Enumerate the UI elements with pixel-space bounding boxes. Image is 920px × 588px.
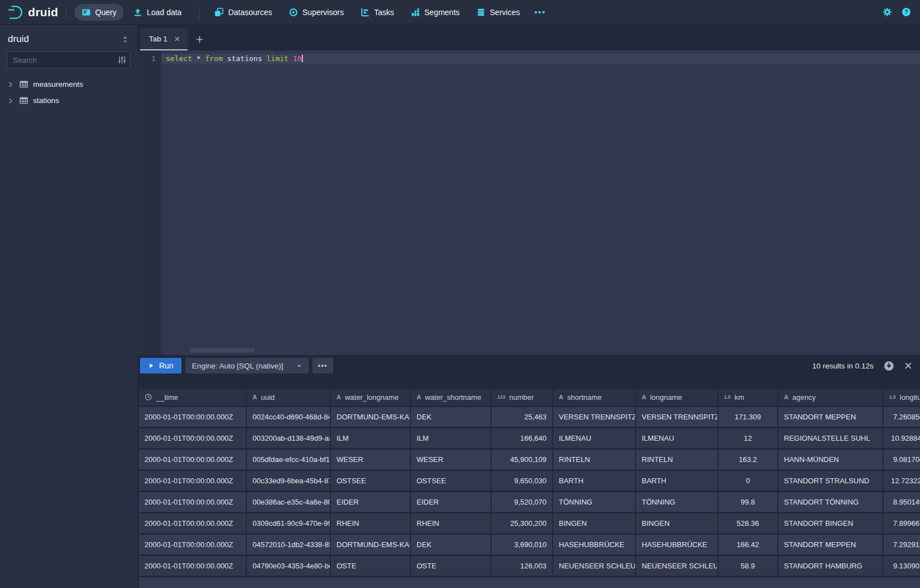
nav-item-more[interactable]: •••: [529, 4, 551, 21]
cell-shortname[interactable]: BARTH: [553, 471, 636, 491]
nav-item-datasources[interactable]: Datasources: [207, 4, 279, 21]
cell-km[interactable]: 163.2: [718, 450, 778, 469]
cell-longname[interactable]: VERSEN TRENNSPITZE: [636, 407, 718, 427]
editor-code[interactable]: select * from stations limit 10: [161, 50, 920, 355]
cell-longname[interactable]: BINGEN: [636, 514, 718, 533]
cell-uuid[interactable]: 0309cd61-90c9-470e-99: [247, 514, 331, 533]
cell-shortname[interactable]: HASEHUBBRÜCKE: [553, 535, 636, 554]
cell-agency[interactable]: STANDORT BINGEN: [778, 514, 884, 533]
cell-km[interactable]: 166.42: [718, 535, 778, 554]
cell-shortname[interactable]: TÖNNING: [553, 492, 636, 512]
cell-water_shortname[interactable]: ILM: [411, 428, 492, 448]
schema-selector[interactable]: druid: [0, 25, 137, 52]
cell-__time[interactable]: 2000-01-01T00:00:00.000Z: [139, 428, 247, 448]
cell-number[interactable]: 3,690,010: [492, 535, 553, 554]
search-input[interactable]: [7, 52, 130, 68]
cell-__time[interactable]: 2000-01-01T00:00:00.000Z: [139, 514, 247, 533]
engine-select[interactable]: Engine: Auto [SQL (native)]: [185, 358, 309, 374]
cell-__time[interactable]: 2000-01-01T00:00:00.000Z: [139, 471, 247, 491]
cell-number[interactable]: 25,300,200: [492, 514, 553, 533]
query-more-button[interactable]: •••: [312, 358, 333, 374]
cell-longitude[interactable]: 9.130902: [884, 556, 920, 576]
cell-longitude[interactable]: 7.292912: [884, 535, 920, 554]
brand[interactable]: druid: [7, 4, 58, 21]
cell-water_shortname[interactable]: EIDER: [411, 492, 492, 512]
cell-__time[interactable]: 2000-01-01T00:00:00.000Z: [139, 556, 247, 576]
column-header-km[interactable]: 1.0km: [718, 389, 778, 405]
column-header-agency[interactable]: Aagency: [778, 389, 884, 405]
cell-km[interactable]: 12: [718, 428, 778, 448]
editor-hscrollbar[interactable]: [189, 348, 255, 353]
sql-editor[interactable]: 1 select * from stations limit 10: [137, 50, 920, 355]
cell-agency[interactable]: STANDORT MEPPEN: [778, 407, 884, 427]
cell-number[interactable]: 166,640: [492, 428, 553, 448]
code-line[interactable]: select * from stations limit 10: [161, 54, 920, 64]
cell-water_shortname[interactable]: RHEIN: [411, 514, 492, 533]
cell-water_longname[interactable]: RHEIN: [331, 514, 411, 533]
cell-uuid[interactable]: 04790e03-4353-4e80-be: [247, 556, 331, 576]
tab-tab1[interactable]: Tab 1: [140, 28, 188, 50]
cell-water_longname[interactable]: OSTSEE: [331, 471, 411, 491]
column-header-number[interactable]: 123number: [492, 389, 553, 405]
help-icon[interactable]: ?: [902, 7, 911, 17]
nav-item-load-data[interactable]: Load data: [126, 4, 189, 21]
cell-shortname[interactable]: ILMENAU: [553, 428, 636, 448]
cell-water_shortname[interactable]: OSTSEE: [411, 471, 492, 491]
cell-longname[interactable]: HASEHUBBRÜCKE: [636, 535, 718, 554]
cell-__time[interactable]: 2000-01-01T00:00:00.000Z: [139, 492, 247, 512]
run-button[interactable]: Run: [140, 358, 181, 374]
column-header-longitude[interactable]: 1.0longitude: [884, 389, 920, 405]
cell-km[interactable]: 528.36: [718, 514, 778, 533]
filter-sliders-icon[interactable]: [118, 55, 127, 64]
cell-uuid[interactable]: 0024cc40-d690-468d-84: [247, 407, 331, 427]
cell-km[interactable]: 171.309: [718, 407, 778, 427]
cell-km[interactable]: 0: [718, 471, 778, 491]
nav-item-query[interactable]: Query: [74, 4, 124, 21]
cell-__time[interactable]: 2000-01-01T00:00:00.000Z: [139, 535, 247, 554]
cell-longitude[interactable]: 10.928845: [884, 428, 920, 448]
cell-longname[interactable]: NEUENSEER SCHLEUSEN: [636, 556, 718, 576]
column-header-uuid[interactable]: Auuid: [247, 389, 331, 405]
cell-longitude[interactable]: 7.899667: [884, 514, 920, 533]
cell-longitude[interactable]: 9.081704: [884, 450, 920, 469]
cell-uuid[interactable]: 005dfdae-efcc-410a-bf1: [247, 450, 331, 469]
cell-longname[interactable]: RINTELN: [636, 450, 718, 469]
add-tab-button[interactable]: [195, 28, 204, 50]
cell-uuid[interactable]: 003200ab-d138-49d9-aa: [247, 428, 331, 448]
download-results-icon[interactable]: [884, 361, 894, 371]
cell-water_shortname[interactable]: DEK: [411, 535, 492, 554]
cell-km[interactable]: 99.8: [718, 492, 778, 512]
cell-water_longname[interactable]: OSTE: [331, 556, 411, 576]
nav-item-services[interactable]: Services: [469, 4, 527, 21]
cell-uuid[interactable]: 00c33ed9-6bea-45b4-87: [247, 471, 331, 491]
cell-number[interactable]: 9,650,030: [492, 471, 553, 491]
cell-agency[interactable]: REGIONALSTELLE SUHL: [778, 428, 884, 448]
cell-water_shortname[interactable]: OSTE: [411, 556, 492, 576]
tree-item-measurements[interactable]: measurements: [0, 76, 137, 92]
nav-item-segments[interactable]: Segments: [404, 4, 467, 21]
cell-water_longname[interactable]: WESER: [331, 450, 411, 469]
cell-number[interactable]: 126,003: [492, 556, 553, 576]
column-header-water_longname[interactable]: Awater_longname: [331, 389, 411, 405]
cell-water_longname[interactable]: EIDER: [331, 492, 411, 512]
cell-agency[interactable]: HANN-MÜNDEN: [778, 450, 884, 469]
cell-agency[interactable]: STANDORT STRALSUND: [778, 471, 884, 491]
cell-water_longname[interactable]: DORTMUND-EMS-KANAL: [331, 407, 411, 427]
cell-shortname[interactable]: BINGEN: [553, 514, 636, 533]
column-header-longname[interactable]: Alongname: [636, 389, 718, 405]
cell-uuid[interactable]: 00e386ac-e35c-4a6e-80: [247, 492, 331, 512]
cell-longname[interactable]: TÖNNING: [636, 492, 718, 512]
cell-water_shortname[interactable]: DEK: [411, 407, 492, 427]
cell-number[interactable]: 9,520,070: [492, 492, 553, 512]
cell-km[interactable]: 58.9: [718, 556, 778, 576]
column-header-__time[interactable]: __time: [139, 389, 247, 405]
cell-shortname[interactable]: NEUENSEER SCHLEUSEN: [553, 556, 636, 576]
cell-number[interactable]: 45,900,109: [492, 450, 553, 469]
cell-__time[interactable]: 2000-01-01T00:00:00.000Z: [139, 450, 247, 469]
cell-number[interactable]: 25,463: [492, 407, 553, 427]
cell-water_shortname[interactable]: WESER: [411, 450, 492, 469]
cell-water_longname[interactable]: DORTMUND-EMS-KANAL: [331, 535, 411, 554]
cell-agency[interactable]: STANDORT HAMBURG: [778, 556, 884, 576]
cell-__time[interactable]: 2000-01-01T00:00:00.000Z: [139, 407, 247, 427]
nav-item-tasks[interactable]: Tasks: [353, 4, 401, 21]
